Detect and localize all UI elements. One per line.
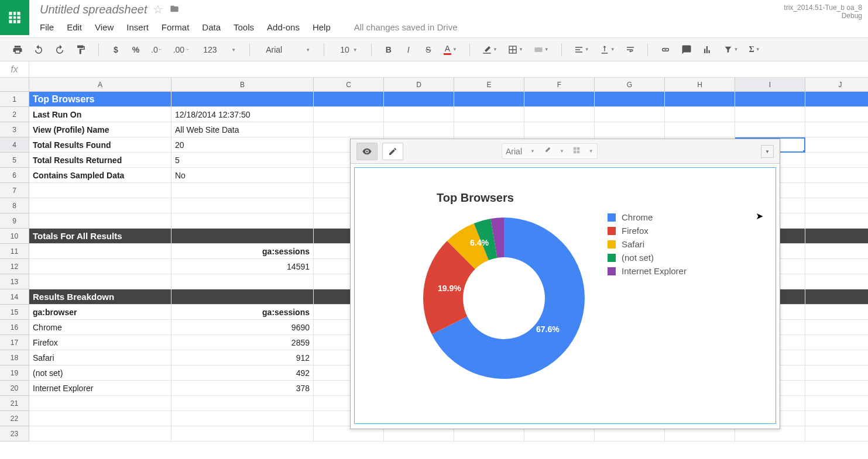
chart-layout-icon[interactable] bbox=[572, 146, 581, 156]
cell-B16[interactable]: 9690 bbox=[171, 320, 314, 335]
cell-A16[interactable]: Chrome bbox=[29, 320, 171, 335]
row-header-8[interactable]: 8 bbox=[0, 198, 29, 213]
cell-J13[interactable] bbox=[805, 274, 868, 289]
row-header-7[interactable]: 7 bbox=[0, 183, 29, 198]
cell-J2[interactable] bbox=[805, 107, 868, 122]
chart-canvas[interactable]: Top Browsers 67.6%19.9%6.4% ChromeFirefo… bbox=[354, 167, 776, 424]
cell-B12[interactable]: 14591 bbox=[171, 259, 314, 274]
row-header-2[interactable]: 2 bbox=[0, 107, 29, 122]
cell-A8[interactable] bbox=[29, 198, 171, 213]
legend-item[interactable]: (not set) bbox=[608, 253, 687, 263]
cell-A4[interactable]: Total Results Found bbox=[29, 137, 171, 153]
decrease-decimal-icon[interactable]: .0← bbox=[149, 42, 164, 58]
col-header-D[interactable]: D bbox=[384, 78, 454, 92]
italic-icon[interactable]: I bbox=[402, 42, 415, 58]
cell-A9[interactable] bbox=[29, 213, 171, 229]
cell-B9[interactable] bbox=[171, 213, 314, 229]
chart-font-toolbar[interactable]: Arial▼ ▼ ▼ bbox=[502, 143, 598, 159]
col-header-H[interactable]: H bbox=[665, 78, 735, 92]
row-header-16[interactable]: 16 bbox=[0, 320, 29, 335]
cell-J18[interactable] bbox=[805, 350, 868, 365]
chart-view-icon[interactable] bbox=[356, 143, 378, 160]
row-header-17[interactable]: 17 bbox=[0, 335, 29, 350]
increase-decimal-icon[interactable]: .00→ bbox=[171, 42, 191, 58]
cell-B2[interactable]: 12/18/2014 12:37:50 bbox=[171, 107, 314, 122]
cell-J22[interactable] bbox=[805, 411, 868, 426]
percent-icon[interactable]: % bbox=[129, 42, 142, 58]
menu-data[interactable]: Data bbox=[202, 22, 221, 32]
cell-A7[interactable] bbox=[29, 183, 171, 198]
row-header-18[interactable]: 18 bbox=[0, 350, 29, 365]
cell-B23[interactable] bbox=[171, 426, 314, 441]
cell-A18[interactable]: Safari bbox=[29, 350, 171, 365]
wrap-icon[interactable] bbox=[624, 42, 637, 58]
row-header-12[interactable]: 12 bbox=[0, 259, 29, 274]
cell-B22[interactable] bbox=[171, 411, 314, 426]
cell-B15[interactable]: ga:sessions bbox=[171, 305, 314, 320]
cell-I3[interactable] bbox=[735, 122, 805, 137]
cell-A19[interactable]: (not set) bbox=[29, 365, 171, 381]
row-header-21[interactable]: 21 bbox=[0, 396, 29, 411]
cell-A10[interactable]: Totals For All Results bbox=[29, 229, 171, 244]
menu-insert[interactable]: Insert bbox=[126, 22, 149, 32]
menu-edit[interactable]: Edit bbox=[67, 22, 82, 32]
cell-J9[interactable] bbox=[805, 213, 868, 229]
bold-icon[interactable]: B bbox=[382, 42, 395, 58]
cell-B10[interactable] bbox=[171, 229, 314, 244]
cell-F2[interactable] bbox=[524, 107, 595, 122]
chart-fill-icon[interactable] bbox=[543, 146, 551, 156]
cell-I1[interactable] bbox=[735, 92, 805, 107]
cell-E1[interactable] bbox=[454, 92, 524, 107]
col-header-A[interactable]: A bbox=[29, 78, 171, 92]
menu-format[interactable]: Format bbox=[162, 22, 190, 32]
cell-E2[interactable] bbox=[454, 107, 524, 122]
cell-A1[interactable]: Top Browsers bbox=[29, 92, 171, 107]
col-header-J[interactable]: J bbox=[805, 78, 868, 92]
row-header-6[interactable]: 6 bbox=[0, 168, 29, 183]
cell-A3[interactable]: View (Profile) Name bbox=[29, 122, 171, 137]
cell-J17[interactable] bbox=[805, 335, 868, 350]
cell-A6[interactable]: Contains Sampled Data bbox=[29, 168, 171, 183]
cell-J7[interactable] bbox=[805, 183, 868, 198]
legend-item[interactable]: Firefox bbox=[608, 226, 687, 236]
cell-B11[interactable]: ga:sessions bbox=[171, 244, 314, 259]
cell-J11[interactable] bbox=[805, 244, 868, 259]
col-header-B[interactable]: B bbox=[171, 78, 314, 92]
cell-A5[interactable]: Total Results Returned bbox=[29, 153, 171, 168]
cell-A11[interactable] bbox=[29, 244, 171, 259]
cell-B13[interactable] bbox=[171, 274, 314, 289]
col-header-G[interactable]: G bbox=[595, 78, 665, 92]
col-header-F[interactable]: F bbox=[524, 78, 595, 92]
cell-J23[interactable] bbox=[805, 426, 868, 441]
borders-icon[interactable]: ▼ bbox=[506, 42, 525, 58]
cell-A21[interactable] bbox=[29, 396, 171, 411]
select-all-corner[interactable] bbox=[0, 78, 29, 92]
chart-menu-dropdown[interactable]: ▼ bbox=[761, 145, 774, 158]
cell-B17[interactable]: 2859 bbox=[171, 335, 314, 350]
cell-J1[interactable] bbox=[805, 92, 868, 107]
strike-icon[interactable]: S bbox=[422, 42, 435, 58]
cell-D1[interactable] bbox=[384, 92, 454, 107]
functions-icon[interactable]: Σ▼ bbox=[747, 42, 762, 58]
cell-D3[interactable] bbox=[384, 122, 454, 137]
cell-B7[interactable] bbox=[171, 183, 314, 198]
row-header-14[interactable]: 14 bbox=[0, 289, 29, 305]
redo-icon[interactable] bbox=[53, 42, 67, 58]
cell-B8[interactable] bbox=[171, 198, 314, 213]
cell-F1[interactable] bbox=[524, 92, 595, 107]
legend-item[interactable]: Safari bbox=[608, 239, 687, 249]
number-format-select[interactable]: 123▼ bbox=[198, 43, 239, 56]
row-header-11[interactable]: 11 bbox=[0, 244, 29, 259]
cell-H1[interactable] bbox=[665, 92, 735, 107]
cell-C1[interactable] bbox=[314, 92, 384, 107]
cell-C2[interactable] bbox=[314, 107, 384, 122]
print-icon[interactable] bbox=[11, 42, 25, 58]
col-header-I[interactable]: I bbox=[735, 78, 805, 92]
halign-icon[interactable]: ▼ bbox=[572, 42, 591, 58]
cell-B20[interactable]: 378 bbox=[171, 381, 314, 396]
menu-tools[interactable]: Tools bbox=[234, 22, 254, 32]
cell-C3[interactable] bbox=[314, 122, 384, 137]
font-select[interactable]: Arial▼ bbox=[260, 43, 313, 56]
cell-J10[interactable] bbox=[805, 229, 868, 244]
row-header-9[interactable]: 9 bbox=[0, 213, 29, 229]
